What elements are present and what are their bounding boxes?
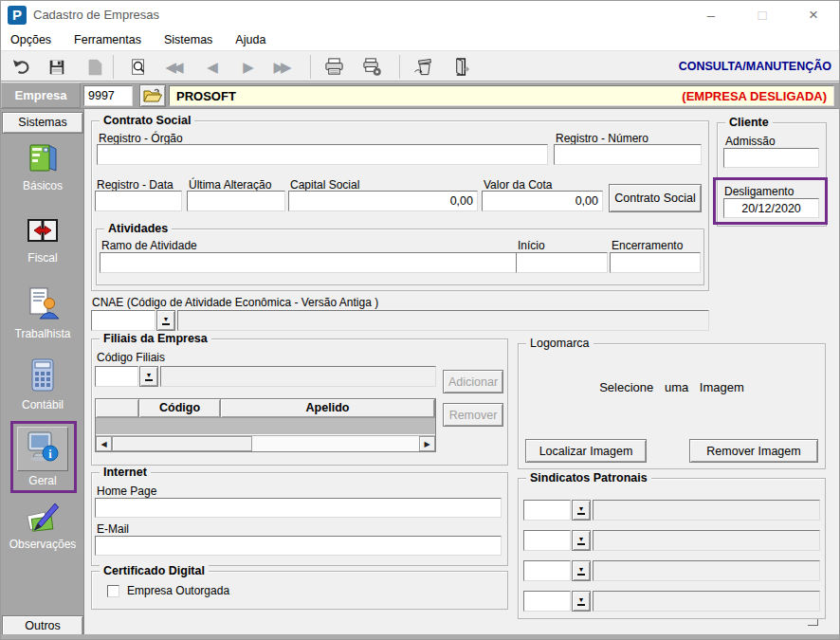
sindicato-input-4[interactable]: [523, 591, 571, 612]
sindicato-input-1[interactable]: [523, 500, 571, 521]
new-doc-icon: [85, 58, 104, 77]
sidebar-item-observacoes[interactable]: [1, 500, 84, 540]
ramo-atividade-input[interactable]: [100, 252, 523, 273]
title-bar: P Cadastro de Empresas – □ ×: [1, 1, 839, 29]
resize-grip[interactable]: [808, 619, 818, 626]
ultima-alteracao-input[interactable]: [187, 191, 285, 211]
registro-orgao-label: Registro - Órgão: [99, 132, 183, 145]
sindicato-dropdown-4[interactable]: ▼: [572, 591, 591, 612]
company-name: PROSOFT: [176, 89, 236, 103]
new-doc-button[interactable]: [81, 54, 109, 80]
menu-ferramentas[interactable]: Ferramentas: [74, 33, 141, 46]
print-preview-button[interactable]: [124, 54, 153, 80]
sidebar-item-contabil-label: Contábil: [1, 398, 84, 411]
codigo-filiais-input[interactable]: [95, 366, 138, 387]
nav-last-icon: ▶▶: [273, 60, 291, 74]
delete-record-button[interactable]: [409, 54, 437, 80]
desligamento-label: Desligamento: [724, 185, 794, 198]
empresa-outorgada-checkbox[interactable]: [107, 585, 119, 597]
sindicato-dropdown-2[interactable]: ▼: [572, 530, 591, 551]
scroll-left-button[interactable]: ◀: [96, 436, 112, 451]
undo-button[interactable]: [7, 54, 35, 80]
empresa-code-input[interactable]: [83, 85, 133, 106]
home-page-label: Home Page: [97, 485, 156, 498]
menu-opcoes[interactable]: Opções: [10, 33, 51, 46]
sindicato-dropdown-3[interactable]: ▼: [572, 560, 591, 581]
registro-data-label: Registro - Data: [97, 178, 173, 192]
admissao-input[interactable]: [723, 148, 819, 168]
menu-sistemas[interactable]: Sistemas: [164, 33, 212, 46]
sindicato-input-2[interactable]: [523, 530, 571, 551]
email-input[interactable]: [95, 536, 502, 556]
trabalhista-icon: [24, 285, 62, 323]
contrato-social-title: Contrato Social: [100, 114, 194, 127]
sidebar-item-observacoes-label: Observações: [1, 538, 84, 551]
sidebar-item-fiscal[interactable]: [1, 211, 84, 252]
company-status-badge: (EMPRESA DESLIGADA): [682, 89, 827, 103]
remover-button[interactable]: Remover: [443, 403, 503, 427]
print-setup-button[interactable]: [357, 54, 386, 80]
sindicato-desc-4: [593, 591, 820, 612]
cliente-title: Cliente: [725, 116, 773, 129]
cnae-code-input[interactable]: [91, 310, 155, 331]
dropdown-arrow-icon: ▼: [577, 536, 586, 545]
codigo-filiais-label: Código Filiais: [97, 351, 165, 364]
empresa-bar: Empresa PROSOFT (EMPRESA DESLIGADA): [1, 82, 839, 109]
sidebar-item-trabalhista-label: Trabalhista: [1, 327, 84, 340]
sidebar-sistemas-button[interactable]: Sistemas: [2, 112, 83, 134]
print-button[interactable]: [320, 54, 348, 80]
delete-record-icon: [413, 57, 433, 77]
close-button[interactable]: ×: [794, 1, 833, 29]
nav-last-button[interactable]: ▶▶: [268, 54, 297, 80]
sindicato-input-3[interactable]: [523, 560, 571, 581]
registro-orgao-input[interactable]: [97, 144, 548, 165]
nav-first-button[interactable]: ◀◀: [160, 54, 189, 80]
logomarca-placeholder: Selecione uma Imagem: [518, 380, 826, 394]
sidebar-item-trabalhista[interactable]: [1, 285, 84, 326]
menu-ajuda[interactable]: Ajuda: [235, 33, 265, 46]
sidebar-item-contabil[interactable]: [1, 357, 84, 397]
filiais-hscrollbar[interactable]: ◀ ▶: [96, 435, 435, 451]
scroll-thumb[interactable]: [112, 436, 252, 451]
print-preview-icon: [129, 58, 148, 77]
localizar-imagem-button[interactable]: Localizar Imagem: [525, 439, 647, 463]
capital-social-input[interactable]: [288, 191, 478, 211]
sindicato-dropdown-1[interactable]: ▼: [572, 500, 591, 521]
window-title: Cadastro de Empresas: [33, 8, 159, 22]
ramo-atividade-label: Ramo de Atividade: [101, 239, 197, 252]
registro-data-input[interactable]: [95, 191, 182, 211]
minimize-button[interactable]: –: [691, 1, 731, 29]
sidebar-item-geral[interactable]: i: [17, 427, 68, 471]
remover-imagem-button[interactable]: Remover Imagem: [689, 439, 818, 463]
contrato-social-button[interactable]: Contrato Social: [609, 184, 702, 212]
app-logo-icon: P: [8, 6, 27, 25]
certificado-digital-title: Certificado Digital: [100, 564, 209, 577]
sidebar-item-basicos[interactable]: [1, 139, 84, 180]
encerramento-input[interactable]: [610, 252, 701, 273]
observacoes-icon: [24, 500, 62, 538]
valor-cota-input[interactable]: [482, 191, 603, 211]
maximize-button[interactable]: □: [742, 1, 782, 29]
save-button[interactable]: [43, 54, 71, 80]
nav-prev-button[interactable]: ◀: [198, 54, 227, 80]
filiais-dropdown-button[interactable]: ▼: [139, 366, 158, 387]
desligamento-input[interactable]: [723, 198, 819, 218]
adicionar-button[interactable]: Adicionar: [443, 370, 503, 393]
cnae-dropdown-button[interactable]: ▼: [156, 310, 175, 331]
exit-button[interactable]: [447, 54, 475, 80]
cnae-description-field: [177, 310, 709, 331]
internet-title: Internet: [100, 466, 151, 479]
filiais-descricao-field: [160, 366, 436, 387]
empresa-label: Empresa: [1, 82, 81, 108]
scroll-right-button[interactable]: ▶: [419, 436, 435, 451]
sidebar-item-basicos-label: Básicos: [1, 179, 84, 192]
inicio-input[interactable]: [516, 252, 608, 273]
open-company-button[interactable]: [139, 84, 166, 107]
window-bottom-edge: [1, 634, 839, 639]
print-icon: [324, 57, 344, 77]
empresa-name-field[interactable]: PROSOFT (EMPRESA DESLIGADA): [169, 85, 834, 106]
registro-numero-input[interactable]: [554, 144, 702, 165]
nav-next-button[interactable]: ▶: [234, 54, 263, 80]
sidebar-item-geral-label: Geral: [1, 474, 84, 487]
home-page-input[interactable]: [95, 498, 502, 518]
